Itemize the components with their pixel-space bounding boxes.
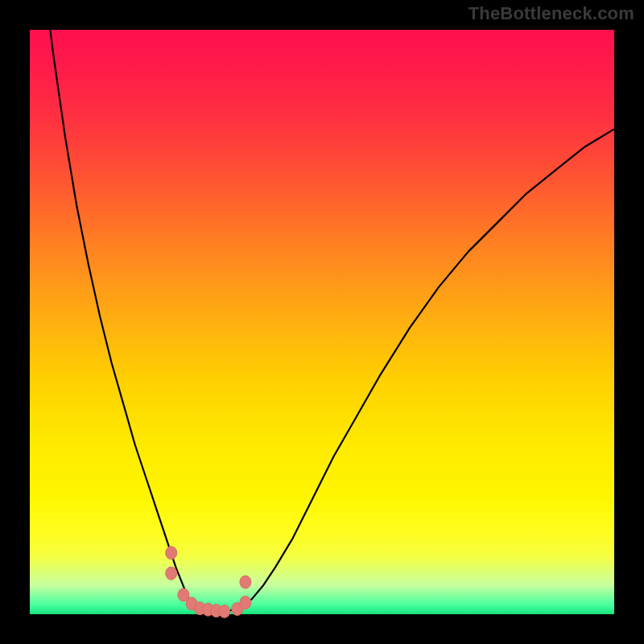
chart-stage: TheBottleneck.com [0,0,644,644]
plot-area [30,30,614,614]
bottleneck-curve-svg [30,30,614,614]
curve-marker [166,567,177,580]
bottleneck-curve [50,30,614,611]
curve-marker [166,547,177,559]
curve-markers [166,547,251,618]
curve-marker [240,597,251,609]
curve-marker [219,605,230,617]
watermark-text: TheBottleneck.com [469,3,634,24]
curve-marker [240,576,251,588]
